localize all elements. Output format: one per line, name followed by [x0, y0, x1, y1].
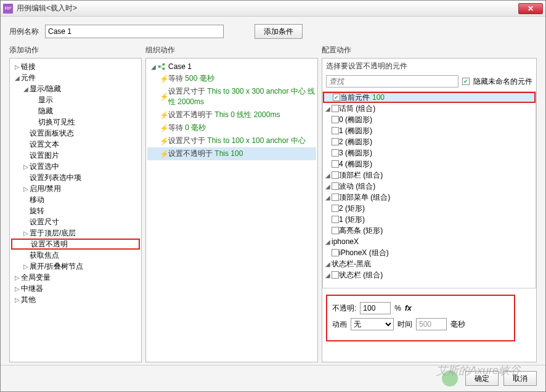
widget-list-item[interactable]: 3 (椭圆形)	[323, 147, 536, 158]
time-unit: 毫秒	[450, 319, 465, 330]
widget-checkbox[interactable]: ✔	[333, 94, 340, 101]
action-tree-item[interactable]: ▷启用/禁用	[11, 183, 140, 194]
widget-list-item[interactable]: 0 (椭圆形)	[323, 114, 536, 125]
action-tree-item[interactable]: ▷链接	[11, 61, 140, 72]
action-tree-item[interactable]: ◢元件	[11, 72, 140, 83]
titlebar: RP 用例编辑<载入时> ✕	[1, 1, 545, 17]
anim-select[interactable]: 无	[351, 318, 394, 330]
bolt-icon: ⚡	[160, 150, 166, 158]
case-action-item[interactable]: ⚡设置尺寸于 This to 300 x 300 anchor 中心 线性 20…	[147, 85, 316, 108]
widget-checkbox[interactable]	[332, 249, 339, 256]
case-label: Case 1	[168, 62, 192, 71]
widget-list-item[interactable]: 2 (矩形)	[323, 203, 536, 214]
action-tree-item[interactable]: 显示	[11, 94, 140, 105]
action-tree-item[interactable]: 设置文本	[11, 139, 140, 150]
fx-button[interactable]: fx	[405, 304, 412, 312]
widget-checkbox[interactable]	[332, 105, 339, 112]
widget-list-item[interactable]: ✔ 当前元件100	[323, 92, 536, 103]
hide-unnamed-checkbox[interactable]: ✔	[462, 78, 470, 85]
widget-checkbox[interactable]	[332, 127, 339, 134]
cancel-button[interactable]: 取消	[503, 371, 537, 386]
action-tree-item[interactable]: 隐藏	[11, 105, 140, 116]
bolt-icon: ⚡	[160, 111, 166, 120]
bolt-icon: ⚡	[160, 92, 166, 101]
add-condition-button[interactable]: 添加条件	[255, 24, 303, 39]
widget-list-item[interactable]: ◢ 顶部栏 (组合)	[323, 169, 536, 181]
widget-checkbox[interactable]	[332, 160, 339, 168]
case-action-item[interactable]: ⚡设置尺寸于 This to 100 x 100 anchor 中心	[147, 134, 316, 147]
svg-rect-0	[158, 65, 161, 68]
widget-list-item[interactable]: 1 (矩形)	[323, 214, 536, 225]
svg-rect-1	[163, 63, 165, 66]
time-label: 时间	[397, 319, 412, 330]
case-action-item[interactable]: ⚡设置不透明于 This 100	[147, 147, 316, 160]
action-tree-item[interactable]: 设置不透明	[11, 239, 140, 250]
action-tree-item[interactable]: 获取焦点	[11, 250, 140, 261]
footer: 艾斯的Axure峡谷 确定 取消	[1, 365, 545, 391]
widget-list-item[interactable]: 4 (椭圆形)	[323, 158, 536, 169]
action-tree-item[interactable]: ▷中继器	[11, 283, 140, 294]
widget-checkbox[interactable]	[332, 216, 339, 223]
action-tree-item[interactable]: 设置列表选中项	[11, 172, 140, 183]
action-tree-item[interactable]: ▷全局变量	[11, 272, 140, 283]
organize-header: 组织动作	[145, 44, 318, 58]
action-tree-item[interactable]: 设置图片	[11, 150, 140, 161]
action-tree-item[interactable]: 旋转	[11, 205, 140, 216]
add-action-header: 添加动作	[9, 44, 142, 58]
widget-checkbox[interactable]	[332, 171, 339, 179]
action-tree-item[interactable]: ▷置于顶层/底层	[11, 227, 140, 239]
bolt-icon: ⚡	[160, 124, 166, 133]
window-title: 用例编辑<载入时>	[17, 3, 518, 14]
case-name-label: 用例名称	[9, 27, 39, 37]
case-action-item[interactable]: ⚡等待 0 毫秒	[147, 121, 316, 134]
action-tree-item[interactable]: ◢显示/隐藏	[11, 83, 140, 94]
widget-list-item[interactable]: 2 (椭圆形)	[323, 136, 536, 147]
widget-list-item[interactable]: ◢ 状态栏 (组合)	[323, 269, 536, 280]
action-tree-item[interactable]: ▷展开/折叠树节点	[11, 261, 140, 272]
widget-checkbox[interactable]	[332, 149, 339, 157]
hide-unnamed-label: 隐藏未命名的元件	[473, 76, 532, 87]
bolt-icon: ⚡	[160, 75, 166, 83]
widget-list-item[interactable]: ◢ 顶部菜单 (组合)	[323, 192, 536, 203]
widget-list-item[interactable]: ◢ 波动 (组合)	[323, 181, 536, 192]
bolt-icon: ⚡	[160, 137, 166, 145]
app-icon: RP	[3, 4, 13, 14]
widget-list-item[interactable]: 1 (椭圆形)	[323, 125, 536, 136]
ok-button[interactable]: 确定	[465, 371, 499, 386]
case-action-item[interactable]: ⚡设置不透明于 This 0 线性 2000ms	[147, 108, 316, 121]
widget-search-input[interactable]	[326, 75, 458, 88]
widget-checkbox[interactable]	[332, 138, 339, 145]
case-icon	[157, 62, 166, 71]
opacity-input[interactable]	[360, 302, 391, 314]
opacity-pct: %	[394, 304, 401, 312]
case-name-input[interactable]	[45, 25, 224, 38]
time-input[interactable]	[416, 318, 447, 330]
action-tree-item[interactable]: 设置面板状态	[11, 128, 140, 139]
widget-list-item[interactable]: ◢iphoneX	[323, 236, 536, 247]
anim-label: 动画	[332, 319, 347, 330]
close-button[interactable]: ✕	[518, 3, 543, 14]
opacity-settings: 不透明: % fx 动画 无 时间 毫秒	[326, 295, 515, 341]
widget-list-item[interactable]: ◢ 话筒 (组合)	[323, 103, 536, 114]
widget-checkbox[interactable]	[332, 116, 339, 123]
case-node[interactable]: ◢ Case 1	[147, 61, 316, 72]
action-tree-item[interactable]: ▷设置选中	[11, 161, 140, 172]
widget-checkbox[interactable]	[332, 182, 339, 190]
widget-checkbox[interactable]	[332, 271, 339, 279]
case-name-row: 用例名称 添加条件	[1, 17, 545, 44]
widget-list-item[interactable]: ◢状态栏-黑底	[323, 258, 536, 269]
widget-list-item[interactable]: iPhoneX (组合)	[323, 247, 536, 258]
widget-checkbox[interactable]	[332, 205, 339, 212]
organize-box: ◢ Case 1 ⚡等待 500 毫秒⚡设置尺寸于 This to 300 x …	[145, 58, 318, 362]
action-tree-item[interactable]: 设置尺寸	[11, 216, 140, 227]
action-tree-item[interactable]: 切换可见性	[11, 116, 140, 128]
case-action-item[interactable]: ⚡等待 500 毫秒	[147, 72, 316, 85]
watermark-icon	[442, 370, 458, 386]
widget-list-item[interactable]: 高亮条 (矩形)	[323, 225, 536, 236]
action-tree-item[interactable]: ▷其他	[11, 294, 140, 305]
add-action-tree: ▷链接◢元件◢显示/隐藏显示隐藏切换可见性设置面板状态设置文本设置图片▷设置选中…	[9, 58, 142, 362]
action-tree-item[interactable]: 移动	[11, 194, 140, 205]
configure-header: 配置动作	[322, 44, 537, 58]
widget-checkbox[interactable]	[332, 194, 339, 201]
widget-checkbox[interactable]	[332, 227, 339, 234]
